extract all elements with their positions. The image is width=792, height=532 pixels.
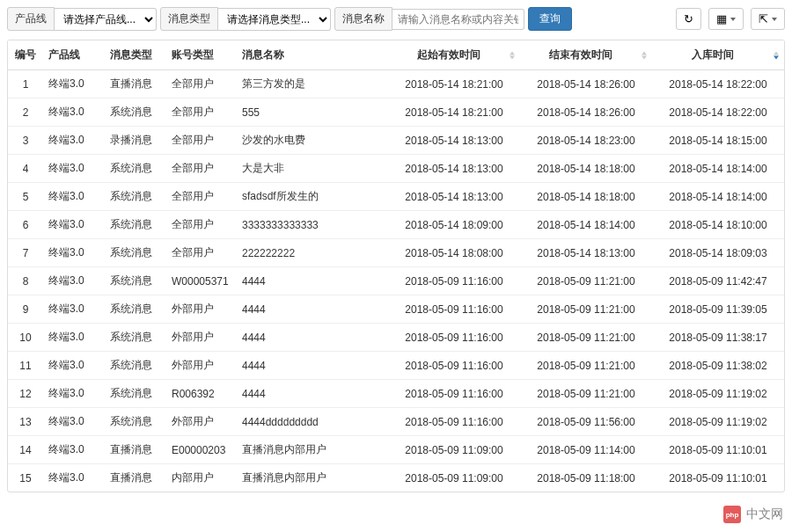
cell-product: 终端3.0 <box>43 98 105 127</box>
cell-msgtype: 直播消息 <box>105 70 166 98</box>
table-row[interactable]: 6终端3.0系统消息全部用户33333333333332018-05-14 18… <box>8 211 784 239</box>
col-msgtype[interactable]: 消息类型 <box>105 40 166 70</box>
cell-account: 内部用户 <box>166 464 237 492</box>
msgname-input[interactable] <box>392 9 524 30</box>
refresh-button[interactable] <box>676 8 701 30</box>
table-row[interactable]: 13终端3.0系统消息外部用户4444ddddddddd2018-05-09 1… <box>8 408 784 436</box>
cell-end: 2018-05-09 11:21:00 <box>520 352 652 380</box>
table-row[interactable]: 7终端3.0系统消息全部用户2222222222018-05-14 18:08:… <box>8 239 784 267</box>
cell-msgtype: 直播消息 <box>105 464 166 492</box>
grid-icon <box>716 12 727 26</box>
cell-end: 2018-05-14 18:26:00 <box>520 98 652 127</box>
cell-start: 2018-05-14 18:09:00 <box>388 211 520 239</box>
cell-name: 第三方发的是 <box>237 70 388 98</box>
cell-no: 14 <box>8 436 43 464</box>
cell-start: 2018-05-14 18:21:00 <box>388 70 520 98</box>
watermark: php 中文网 <box>723 506 783 523</box>
cell-msgtype: 系统消息 <box>105 352 166 380</box>
product-select[interactable]: 请选择产品线... <box>55 8 157 31</box>
sort-icon <box>774 51 779 59</box>
cell-no: 1 <box>8 70 43 98</box>
cell-name: 555 <box>237 98 388 127</box>
cell-msgtype: 系统消息 <box>105 380 166 408</box>
cell-no: 11 <box>8 352 43 380</box>
cell-no: 10 <box>8 324 43 352</box>
cell-start: 2018-05-14 18:13:00 <box>388 183 520 211</box>
col-end-time[interactable]: 结束有效时间 <box>520 40 652 70</box>
export-button[interactable] <box>751 8 785 30</box>
data-table-wrapper: 编号 产品线 消息类型 账号类型 消息名称 起始有效时间 结束有效时间 入库时间 <box>7 40 785 492</box>
table-row[interactable]: 12终端3.0系统消息R00639244442018-05-09 11:16:0… <box>8 380 784 408</box>
msgtype-select[interactable]: 请选择消息类型... <box>218 8 331 31</box>
cell-store: 2018-05-09 11:38:17 <box>652 324 784 352</box>
cell-start: 2018-05-09 11:16:00 <box>388 352 520 380</box>
table-row[interactable]: 10终端3.0系统消息外部用户44442018-05-09 11:16:0020… <box>8 324 784 352</box>
cell-product: 终端3.0 <box>43 155 105 183</box>
cell-end: 2018-05-14 18:18:00 <box>520 155 652 183</box>
cell-no: 2 <box>8 98 43 127</box>
table-row[interactable]: 14终端3.0直播消息E00000203直播消息内部用户2018-05-09 1… <box>8 436 784 464</box>
cell-product: 终端3.0 <box>43 380 105 408</box>
table-row[interactable]: 5终端3.0系统消息全部用户sfadsdf所发生的2018-05-14 18:1… <box>8 183 784 211</box>
table-row[interactable]: 2终端3.0系统消息全部用户5552018-05-14 18:21:002018… <box>8 98 784 127</box>
query-button[interactable]: 查询 <box>528 7 572 31</box>
cell-name: 4444 <box>237 380 388 408</box>
table-row[interactable]: 3终端3.0录播消息全部用户沙发的水电费2018-05-14 18:13:002… <box>8 127 784 155</box>
cell-msgtype: 系统消息 <box>105 267 166 295</box>
table-row[interactable]: 1终端3.0直播消息全部用户第三方发的是2018-05-14 18:21:002… <box>8 70 784 98</box>
filter-toolbar: 产品线 请选择产品线... 消息类型 请选择消息类型... 消息名称 查询 <box>7 7 785 31</box>
msgtype-label: 消息类型 <box>160 7 218 31</box>
watermark-logo-icon: php <box>723 506 741 523</box>
cell-name: 直播消息内部用户 <box>237 464 388 492</box>
cell-account: 外部用户 <box>166 408 237 436</box>
cell-store: 2018-05-14 18:15:00 <box>652 127 784 155</box>
cell-name: 3333333333333 <box>237 211 388 239</box>
cell-store: 2018-05-14 18:09:03 <box>652 239 784 267</box>
cell-store: 2018-05-14 18:14:00 <box>652 155 784 183</box>
cell-product: 终端3.0 <box>43 464 105 492</box>
columns-button[interactable] <box>708 8 744 30</box>
table-row[interactable]: 8终端3.0系统消息W0000537144442018-05-09 11:16:… <box>8 267 784 295</box>
cell-store: 2018-05-14 18:22:00 <box>652 98 784 127</box>
cell-product: 终端3.0 <box>43 239 105 267</box>
export-icon <box>759 12 768 26</box>
refresh-icon <box>684 12 693 26</box>
col-start-time-label: 起始有效时间 <box>417 48 480 61</box>
cell-start: 2018-05-09 11:16:00 <box>388 295 520 324</box>
cell-name: sfadsdf所发生的 <box>237 183 388 211</box>
table-row[interactable]: 9终端3.0系统消息外部用户44442018-05-09 11:16:00201… <box>8 295 784 324</box>
cell-no: 3 <box>8 127 43 155</box>
data-table: 编号 产品线 消息类型 账号类型 消息名称 起始有效时间 结束有效时间 入库时间 <box>8 40 784 492</box>
cell-start: 2018-05-09 11:16:00 <box>388 324 520 352</box>
cell-store: 2018-05-09 11:19:02 <box>652 380 784 408</box>
cell-store: 2018-05-14 18:22:00 <box>652 70 784 98</box>
cell-msgtype: 直播消息 <box>105 436 166 464</box>
table-header-row: 编号 产品线 消息类型 账号类型 消息名称 起始有效时间 结束有效时间 入库时间 <box>8 40 784 70</box>
cell-name: 大是大非 <box>237 155 388 183</box>
table-row[interactable]: 15终端3.0直播消息内部用户直播消息内部用户2018-05-09 11:09:… <box>8 464 784 492</box>
col-product[interactable]: 产品线 <box>43 40 105 70</box>
col-no[interactable]: 编号 <box>8 40 43 70</box>
table-row[interactable]: 4终端3.0系统消息全部用户大是大非2018-05-14 18:13:00201… <box>8 155 784 183</box>
col-account[interactable]: 账号类型 <box>166 40 237 70</box>
cell-start: 2018-05-14 18:08:00 <box>388 239 520 267</box>
cell-account: W00005371 <box>166 267 237 295</box>
cell-name: 222222222 <box>237 239 388 267</box>
col-store-time[interactable]: 入库时间 <box>652 40 784 70</box>
product-label: 产品线 <box>7 7 55 31</box>
cell-no: 9 <box>8 295 43 324</box>
cell-name: 4444 <box>237 267 388 295</box>
chevron-down-icon <box>730 18 736 21</box>
cell-no: 8 <box>8 267 43 295</box>
col-start-time[interactable]: 起始有效时间 <box>388 40 520 70</box>
cell-store: 2018-05-14 18:10:00 <box>652 211 784 239</box>
col-msgname[interactable]: 消息名称 <box>237 40 388 70</box>
cell-product: 终端3.0 <box>43 183 105 211</box>
msgname-label: 消息名称 <box>334 7 392 31</box>
msgtype-filter-group: 消息类型 请选择消息类型... <box>160 7 331 31</box>
col-store-time-label: 入库时间 <box>692 48 734 61</box>
sort-icon <box>510 51 515 59</box>
cell-store: 2018-05-09 11:19:02 <box>652 408 784 436</box>
table-row[interactable]: 11终端3.0系统消息外部用户44442018-05-09 11:16:0020… <box>8 352 784 380</box>
cell-account: 全部用户 <box>166 127 237 155</box>
